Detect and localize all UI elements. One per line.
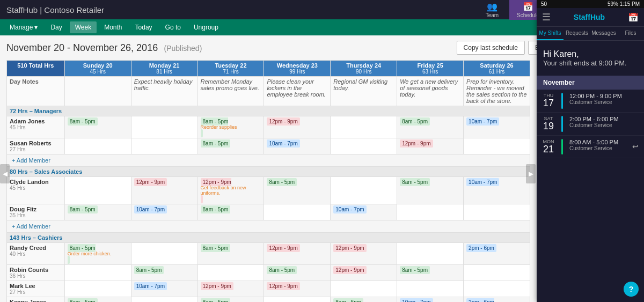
shift-cell[interactable]: 12pm - 9pm (331, 243, 397, 265)
shift-cell[interactable]: 10am - 7pm (397, 297, 464, 303)
empty-cell[interactable] (331, 177, 397, 204)
shift-cell[interactable]: 10am - 7pm (131, 281, 197, 297)
day-notes-label: Day Notes (10, 78, 39, 85)
shift-cell[interactable]: 8am - 5pm (264, 177, 331, 204)
thursday-label: Thursday 24 (333, 62, 394, 69)
shift-cell[interactable]: 12pm - 9pm (397, 138, 464, 154)
thursday-hrs: 90 Hrs (333, 69, 394, 75)
empty-cell[interactable] (64, 138, 131, 154)
add-member-button[interactable]: + Add Member (10, 156, 53, 165)
add-member-button[interactable]: + Add Member (10, 222, 53, 231)
empty-cell[interactable] (131, 116, 197, 138)
month-button[interactable]: Month (99, 21, 127, 33)
person-name-cell: Randy Creed 40 Hrs (7, 243, 65, 265)
empty-cell[interactable] (397, 281, 464, 297)
schedule-label: Schedule (517, 12, 539, 18)
sunday-hrs: 45 Hrs (68, 69, 128, 75)
empty-cell[interactable] (197, 265, 264, 281)
mobile-status-bar: 50 59% 1:15 PM (537, 0, 644, 8)
mobile-help-button[interactable]: ? (624, 282, 639, 297)
ungroup-button[interactable]: Ungroup (188, 21, 224, 33)
reply-icon[interactable]: ↩ (632, 142, 639, 151)
table-row: Mark Lee 27 Hrs 10am - 7pm12pm - 9pm12pm… (7, 281, 530, 297)
person-name-cell: Robin Counts 36 Hrs (7, 265, 65, 281)
shift-cell[interactable]: 8am - 5pm (131, 265, 197, 281)
empty-cell[interactable] (464, 204, 530, 220)
shift-cell[interactable]: 8am - 5pm (397, 177, 464, 204)
shift-cell[interactable]: 8am - 5pm (64, 297, 131, 303)
mobile-tab-myshifts[interactable]: My Shifts (537, 27, 564, 40)
empty-cell[interactable] (397, 243, 464, 265)
empty-cell[interactable] (397, 204, 464, 220)
shift-cell[interactable]: 2pm - 6pm (464, 243, 530, 265)
shift-cell[interactable]: 12pm - 9pmGet feedback on new uniforms. (197, 177, 264, 204)
wednesday-label: Wednesday 23 (267, 62, 327, 69)
mobile-events: Thu 17 12:00 PM - 9:00 PM Customer Servi… (537, 90, 644, 158)
manage-button[interactable]: Manage ▾ (4, 21, 43, 33)
shift-cell[interactable]: 12pm - 9pm (131, 177, 197, 204)
shift-cell[interactable]: 8am - 5pm (397, 265, 464, 281)
shift-cell[interactable]: 8am - 5pm (197, 138, 264, 154)
today-button[interactable]: Today (130, 21, 158, 33)
shift-cell[interactable]: 8am - 5pmOrder more chicken. (64, 243, 131, 265)
mobile-tab-files[interactable]: Files (617, 27, 644, 40)
mobile-menu-icon[interactable]: ☰ (542, 11, 551, 23)
day-notes-row: Day Notes Expect heavily holiday traffic… (7, 77, 530, 106)
empty-cell[interactable] (131, 243, 197, 265)
monday-hrs: 81 Hrs (134, 69, 195, 75)
mobile-event-sat19: Sat 19 2:00 PM - 6:00 PM Customer Servic… (537, 113, 644, 136)
team-label: Team (486, 12, 499, 18)
mobile-tab-requests[interactable]: Requests (564, 27, 590, 40)
shift-cell[interactable]: 8am - 5pm (64, 204, 131, 220)
group-title-cell: 143 Hrs – Cashiers (7, 233, 530, 243)
shift-cell[interactable]: 2pm - 6pmClean the employee room. (464, 297, 530, 303)
empty-cell[interactable] (264, 297, 331, 303)
empty-cell[interactable] (131, 297, 197, 303)
shift-cell[interactable]: 12pm - 9pm (264, 243, 331, 265)
week-button[interactable]: Week (70, 21, 97, 33)
shift-cell[interactable]: 8am - 5pm (197, 297, 264, 303)
empty-cell[interactable] (331, 116, 397, 138)
shift-cell[interactable]: 12pm - 9pm (197, 281, 264, 297)
shift-cell[interactable]: 8am - 5pm (197, 243, 264, 265)
empty-cell[interactable] (464, 138, 530, 154)
shift-cell[interactable]: 8am - 5pmReorder supplies (197, 116, 264, 138)
shift-cell[interactable]: 10am - 7pm (264, 138, 331, 154)
day-button[interactable]: Day (45, 21, 67, 33)
shift-cell[interactable]: 8am - 5pm (264, 265, 331, 281)
empty-cell[interactable] (64, 265, 131, 281)
shift-cell[interactable]: 12pm - 9pm (264, 116, 331, 138)
goto-button[interactable]: Go to (160, 21, 186, 33)
schedule-nav-right[interactable]: ▶ (526, 164, 536, 183)
shift-cell[interactable]: 8am - 5pm (331, 297, 397, 303)
shift-cell[interactable]: 8am - 5pm (197, 204, 264, 220)
shift-cell[interactable]: 10am - 7pm (464, 116, 530, 138)
day-notes-monday: Expect heavily holiday traffic. (131, 77, 197, 106)
shift-cell[interactable]: 8am - 5pm (397, 116, 464, 138)
empty-cell[interactable] (464, 281, 530, 297)
shift-cell[interactable]: 8am - 5pm (64, 116, 131, 138)
copy-last-schedule-button[interactable]: Copy last schedule (457, 41, 525, 55)
schedule-nav-left[interactable]: ◀ (0, 164, 10, 183)
empty-cell[interactable] (64, 281, 131, 297)
mobile-event-date-thu17: Thu 17 (542, 93, 555, 109)
mobile-calendar-icon[interactable]: 📅 (628, 12, 639, 23)
schedule-wrapper[interactable]: 510 Total Hrs Sunday 20 45 Hrs Monday 21… (6, 60, 530, 302)
shift-cell[interactable]: 12pm - 9pm (264, 281, 331, 297)
shift-cell[interactable]: 10am - 7pm (464, 177, 530, 204)
empty-cell[interactable] (331, 138, 397, 154)
empty-cell[interactable] (464, 265, 530, 281)
team-icon-button[interactable]: 👥 Team (486, 2, 499, 18)
empty-cell[interactable] (331, 281, 397, 297)
empty-cell[interactable] (264, 204, 331, 220)
empty-cell[interactable] (64, 177, 131, 204)
shift-cell[interactable]: 12pm - 9pm (331, 265, 397, 281)
shift-cell[interactable]: 10am - 7pm (331, 204, 397, 220)
shift-cell[interactable]: 10am - 7pm (131, 204, 197, 220)
staffhub-label: StaffHub (6, 5, 38, 14)
empty-cell[interactable] (131, 138, 197, 154)
mobile-time: 59% 1:15 PM (608, 1, 640, 7)
mobile-event-details-thu17: 12:00 PM - 9:00 PM Customer Service (569, 93, 639, 109)
mobile-tab-messages[interactable]: Messages (590, 27, 617, 40)
monday-label: Monday 21 (134, 62, 195, 69)
